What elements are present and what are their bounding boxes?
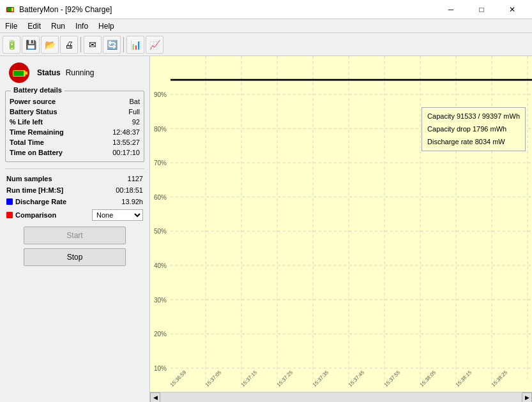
toolbar: 🔋 💾 📂 🖨 ✉ 🔄 📊 📈	[0, 33, 532, 56]
toolbar-btn-0[interactable]: 🔋	[3, 36, 20, 54]
detail-row-time-on-battery: Time on Battery 00:17:10	[10, 147, 140, 158]
toolbar-btn-5[interactable]: 🔄	[103, 36, 121, 54]
scrollbar-track[interactable]	[160, 392, 522, 402]
tooltip-line-2: Capacity drop 1796 mWh	[427, 123, 520, 136]
chart-scrollbar: ◀ ▶	[150, 392, 532, 402]
svg-rect-6	[26, 71, 27, 75]
svg-text:60%: 60%	[154, 194, 167, 201]
toolbar-btn-3[interactable]: 🖨	[60, 36, 78, 54]
tooltip-line-3: Discharge rate 8034 mW	[427, 136, 520, 149]
toolbar-btn-4[interactable]: ✉	[84, 36, 102, 54]
power-source-label: Power source	[10, 98, 56, 105]
status-label-group: Status Running	[37, 68, 94, 77]
run-time-value: 00:18:51	[116, 186, 143, 194]
time-remaining-value: 12:48:37	[112, 128, 140, 136]
status-value: Running	[66, 68, 95, 77]
time-on-battery-label: Time on Battery	[10, 149, 63, 156]
comparison-label: Comparison	[15, 211, 56, 219]
menu-run[interactable]: Run	[46, 19, 70, 33]
main-layout: Status Running Battery details Power sou…	[0, 56, 532, 402]
svg-text:40%: 40%	[154, 262, 167, 269]
comparison-select[interactable]: None Battery 1 Battery 2	[92, 209, 143, 221]
close-button[interactable]: ✕	[498, 0, 527, 19]
battery-details-group: Battery details Power source Bat Battery…	[5, 91, 144, 162]
chart-main: 90% 80% 70% 60% 50% 40% 30%	[150, 56, 532, 392]
run-time-label: Run time [H:M:S]	[6, 186, 63, 194]
svg-text:20%: 20%	[154, 331, 167, 338]
svg-rect-5	[13, 71, 24, 76]
left-panel: Status Running Battery details Power sou…	[0, 56, 150, 402]
run-time-row: Run time [H:M:S] 00:18:51	[5, 184, 144, 196]
detail-row-life-left: % Life left 92	[10, 117, 140, 127]
toolbar-btn-1[interactable]: 💾	[22, 36, 40, 54]
group-box-title: Battery details	[11, 86, 65, 94]
tooltip-line-1: Capacity 91533 / 99397 mWh	[427, 110, 520, 123]
total-time-label: Total Time	[10, 138, 44, 146]
time-on-battery-value: 00:17:10	[112, 149, 140, 156]
life-left-label: % Life left	[10, 118, 43, 126]
minimize-button[interactable]: ─	[436, 0, 466, 19]
discharge-rate-dot	[6, 198, 13, 205]
maximize-button[interactable]: □	[467, 0, 496, 19]
status-row: Status Running	[5, 61, 144, 84]
num-samples-value: 1127	[128, 175, 143, 182]
window-controls: ─ □ ✕	[436, 0, 527, 19]
menu-help[interactable]: Help	[93, 19, 119, 33]
life-left-value: 92	[132, 118, 140, 126]
svg-text:90%: 90%	[154, 91, 167, 98]
scrollbar-right-arrow[interactable]: ▶	[522, 392, 532, 403]
discharge-rate-label: Discharge Rate	[15, 198, 66, 205]
num-samples-row: Num samples 1127	[5, 173, 144, 184]
discharge-rate-dot-group: Discharge Rate	[6, 198, 121, 205]
discharge-rate-value: 13.92h	[121, 198, 143, 205]
detail-row-battery-status: Battery Status Full	[10, 107, 140, 117]
stop-button[interactable]: Stop	[24, 248, 126, 266]
title-bar: BatteryMon - [92% Charge] ─ □ ✕	[0, 0, 532, 19]
detail-row-time-remaining: Time Remaining 12:48:37	[10, 127, 140, 137]
chart-tooltip: Capacity 91533 / 99397 mWh Capacity drop…	[422, 107, 526, 151]
scrollbar-left-arrow[interactable]: ◀	[150, 392, 160, 403]
svg-text:70%: 70%	[154, 160, 167, 167]
svg-rect-2	[7, 8, 11, 11]
app-icon	[5, 4, 15, 15]
power-source-value: Bat	[129, 98, 140, 105]
menu-info[interactable]: Info	[70, 19, 93, 33]
toolbar-separator-2	[123, 37, 124, 52]
start-button[interactable]: Start	[24, 227, 126, 244]
menu-edit[interactable]: Edit	[22, 19, 46, 33]
comparison-dot	[6, 212, 13, 218]
comparison-row: Comparison None Battery 1 Battery 2	[5, 207, 144, 223]
status-label: Status	[37, 68, 61, 77]
toolbar-separator	[80, 37, 81, 52]
toolbar-btn-2[interactable]: 📂	[41, 36, 59, 54]
separator-1	[5, 168, 144, 169]
svg-text:50%: 50%	[154, 228, 167, 235]
total-time-value: 13:55:27	[112, 138, 140, 146]
battery-icon	[8, 61, 31, 84]
chart-container: 90% 80% 70% 60% 50% 40% 30%	[150, 56, 532, 402]
window-title: BatteryMon - [92% Charge]	[19, 5, 436, 14]
discharge-rate-row: Discharge Rate 13.92h	[5, 196, 144, 207]
comparison-dot-label: Comparison	[6, 211, 56, 219]
num-samples-label: Num samples	[6, 175, 52, 182]
detail-row-total-time: Total Time 13:55:27	[10, 137, 140, 147]
chart-svg: 90% 80% 70% 60% 50% 40% 30%	[150, 56, 532, 392]
menu-file[interactable]: File	[0, 19, 22, 33]
svg-rect-7	[150, 56, 532, 392]
svg-text:30%: 30%	[154, 297, 167, 304]
menu-bar: File Edit Run Info Help	[0, 19, 532, 33]
svg-text:80%: 80%	[154, 125, 167, 132]
toolbar-btn-6[interactable]: 📊	[126, 36, 144, 54]
battery-status-label: Battery Status	[10, 108, 57, 115]
svg-text:10%: 10%	[154, 365, 167, 372]
detail-row-power-source: Power source Bat	[10, 96, 140, 107]
battery-status-value: Full	[128, 108, 140, 115]
time-remaining-label: Time Remaining	[10, 128, 64, 136]
toolbar-btn-7[interactable]: 📈	[146, 36, 163, 54]
